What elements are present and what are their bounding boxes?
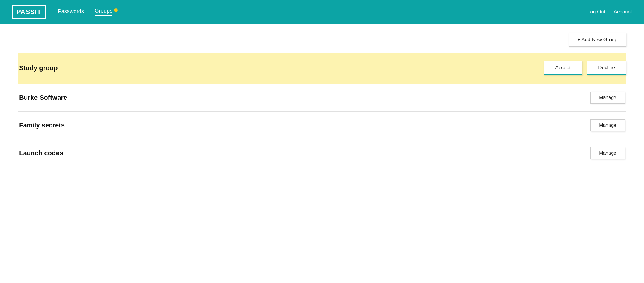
toolbar: + Add New Group: [0, 24, 644, 53]
nav-groups-wrapper: Groups: [95, 8, 118, 16]
nav-passwords[interactable]: Passwords: [58, 8, 84, 16]
groups-list: Study group Accept Decline Burke Softwar…: [0, 53, 644, 167]
logout-link[interactable]: Log Out: [587, 9, 606, 15]
decline-button[interactable]: Decline: [587, 61, 626, 75]
manage-button[interactable]: Manage: [590, 92, 625, 104]
main-content: + Add New Group Study group Accept Decli…: [0, 24, 644, 283]
logo: PASSIT: [12, 5, 46, 19]
pending-group-name: Study group: [18, 64, 58, 72]
header-right: Log Out Account: [587, 9, 632, 15]
notification-dot: [114, 8, 118, 12]
accept-button[interactable]: Accept: [544, 61, 582, 75]
main-header: PASSIT Passwords Groups Log Out Account: [0, 0, 644, 24]
nav-groups[interactable]: Groups: [95, 8, 112, 16]
group-name: Family secrets: [19, 121, 65, 129]
group-row: Launch codesManage: [18, 139, 626, 167]
group-row: Family secretsManage: [18, 112, 626, 139]
group-rows-container: Burke SoftwareManageFamily secretsManage…: [18, 84, 626, 167]
pending-invitation-row: Study group Accept Decline: [18, 53, 626, 84]
group-name: Burke Software: [19, 94, 67, 101]
nav-links: Passwords Groups: [58, 8, 118, 16]
manage-button[interactable]: Manage: [590, 119, 625, 131]
group-row: Burke SoftwareManage: [18, 84, 626, 112]
add-new-group-button[interactable]: + Add New Group: [569, 33, 626, 47]
manage-button[interactable]: Manage: [590, 147, 625, 159]
account-link[interactable]: Account: [614, 9, 632, 15]
group-name: Launch codes: [19, 149, 63, 157]
header-left: PASSIT Passwords Groups: [12, 5, 118, 19]
pending-actions: Accept Decline: [544, 61, 626, 75]
